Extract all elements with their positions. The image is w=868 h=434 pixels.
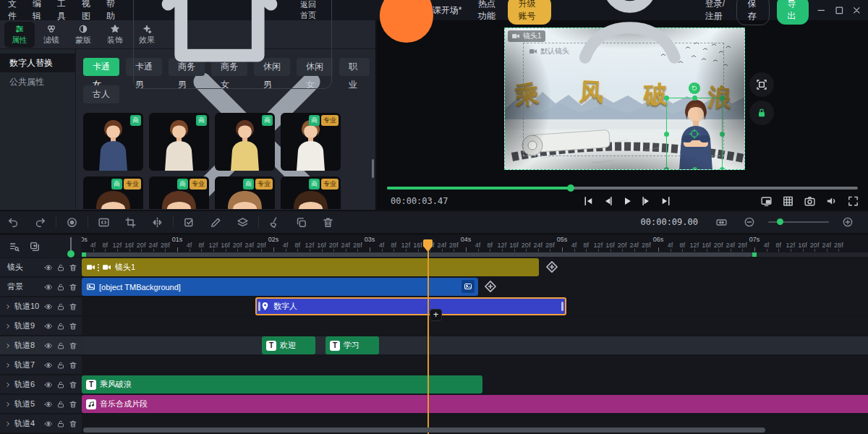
trash-icon[interactable] <box>69 341 77 350</box>
eye-icon[interactable] <box>44 341 53 350</box>
chev-icon[interactable] <box>4 420 12 427</box>
rotate-handle[interactable] <box>689 82 700 94</box>
keyframe-button[interactable] <box>98 216 110 229</box>
menu-item-5[interactable]: 帮助 <box>98 0 123 22</box>
crop-button[interactable] <box>124 216 137 229</box>
layers-button[interactable] <box>237 216 249 229</box>
trash-icon[interactable] <box>69 400 77 409</box>
lock-icon[interactable] <box>56 283 65 292</box>
trash-icon[interactable] <box>69 322 77 331</box>
trash-icon[interactable] <box>69 302 77 311</box>
pip-button[interactable] <box>760 194 773 208</box>
fit-timeline-button[interactable] <box>715 216 728 229</box>
menu-item-1[interactable]: 文件 <box>0 0 25 22</box>
selection-handle[interactable] <box>692 167 697 170</box>
selection-handle[interactable] <box>664 95 669 101</box>
snapshot-button[interactable] <box>804 194 816 208</box>
lock-icon[interactable] <box>56 361 65 370</box>
export-button[interactable]: 导出 <box>777 0 809 25</box>
duplicate-button[interactable] <box>295 216 307 229</box>
previous-frame-button[interactable] <box>601 194 614 208</box>
track-manager-button[interactable] <box>9 241 20 252</box>
close-button[interactable] <box>851 3 862 17</box>
login-button[interactable]: 登录/注册 <box>558 0 729 82</box>
chev-icon[interactable] <box>4 303 12 310</box>
lock-icon[interactable] <box>56 322 65 331</box>
avatar-card[interactable]: 商 <box>83 113 143 171</box>
chev-icon[interactable] <box>4 401 12 408</box>
category-chip[interactable]: 古人 <box>83 85 119 103</box>
eye-icon[interactable] <box>44 420 53 428</box>
lock-icon[interactable] <box>56 341 65 350</box>
maximize-button[interactable] <box>834 3 845 17</box>
time-ruler[interactable]: 0s4f8f12f16f20f24f28f01s4f8f12f16f20f24f… <box>82 235 868 252</box>
edit-button[interactable] <box>210 216 222 229</box>
lock-icon[interactable] <box>56 302 65 311</box>
timeline-hscrollbar[interactable] <box>83 427 765 433</box>
category-chip[interactable]: 卡通女 <box>83 58 119 76</box>
record-button[interactable] <box>66 216 78 229</box>
timeline-zoom-slider[interactable] <box>768 221 829 223</box>
avatar-card[interactable]: 商专业 <box>281 113 341 171</box>
lock-icon[interactable] <box>56 400 65 409</box>
selection-handle[interactable] <box>664 167 669 170</box>
eye-icon[interactable] <box>44 283 53 292</box>
clip-[object TMBackground][interactable]: [object TMBackground] <box>82 278 478 296</box>
eye-icon[interactable] <box>44 322 53 331</box>
trash-icon[interactable] <box>69 263 77 272</box>
skip-end-button[interactable] <box>660 194 673 208</box>
avatar-card[interactable]: 商 <box>149 113 209 171</box>
volume-button[interactable] <box>825 194 838 208</box>
upgrade-account-button[interactable]: 升级账号 <box>508 0 551 25</box>
avatar-scrollbar[interactable] <box>372 159 374 178</box>
eye-icon[interactable] <box>44 263 53 272</box>
track-height-slider[interactable] <box>70 237 72 250</box>
subnav-item-2[interactable]: 公共属性 <box>0 72 75 91</box>
zoom-in-button[interactable] <box>842 216 854 228</box>
tab-mask[interactable]: 蒙版 <box>68 22 98 48</box>
lock-button[interactable] <box>749 101 774 125</box>
redo-button[interactable] <box>34 216 46 229</box>
lock-icon[interactable] <box>56 420 65 428</box>
playhead-line[interactable] <box>427 250 429 434</box>
zoom-slider-knob[interactable] <box>777 218 783 225</box>
playback-progress[interactable] <box>387 184 858 192</box>
clear-button[interactable] <box>268 216 281 229</box>
eye-icon[interactable] <box>44 361 53 370</box>
avatar-card[interactable]: 商专业 <box>281 176 341 209</box>
clip-乘风破浪[interactable]: T乘风破浪 <box>82 375 482 393</box>
chev-icon[interactable] <box>4 381 12 388</box>
lock-icon[interactable] <box>56 380 65 389</box>
minimize-button[interactable] <box>816 3 827 17</box>
tab-star[interactable]: 装饰 <box>100 22 130 48</box>
play-button[interactable] <box>621 194 634 208</box>
clip-镜头1[interactable]: 镜头1 <box>82 258 539 276</box>
tab-filter[interactable]: 滤镜 <box>36 22 67 48</box>
save-button[interactable]: 保存 <box>736 0 770 25</box>
add-keyframe-button[interactable] <box>483 279 498 294</box>
trash-icon[interactable] <box>69 380 77 389</box>
delete-button[interactable] <box>322 216 334 229</box>
add-keyframe-button[interactable] <box>545 260 559 274</box>
progress-knob[interactable] <box>567 184 574 192</box>
clip-left-grip[interactable] <box>258 302 260 311</box>
trash-icon[interactable] <box>69 420 77 428</box>
undo-button[interactable] <box>7 216 20 229</box>
subnav-item-1[interactable]: 数字人替换 <box>0 54 75 72</box>
range-end-marker[interactable] <box>752 252 757 257</box>
clip-欢迎[interactable]: T欢迎 <box>262 336 315 354</box>
add-track-button[interactable] <box>29 241 41 252</box>
multi-select-button[interactable] <box>183 216 195 229</box>
avatar-card[interactable]: 商专业 <box>149 176 209 209</box>
fullscreen-button[interactable] <box>847 194 859 208</box>
chev-icon[interactable] <box>4 323 12 330</box>
selection-handle[interactable] <box>720 132 725 137</box>
menu-item-2[interactable]: 编辑 <box>25 0 49 22</box>
next-frame-button[interactable] <box>640 194 653 208</box>
hot-features-button[interactable]: 热点功能 <box>332 0 501 82</box>
selection-handle[interactable] <box>664 132 669 137</box>
menu-item-3[interactable]: 工具 <box>49 0 74 22</box>
selection-handle[interactable] <box>720 167 725 170</box>
clip-学习[interactable]: T学习 <box>326 336 379 354</box>
selection-handle[interactable] <box>692 95 697 101</box>
